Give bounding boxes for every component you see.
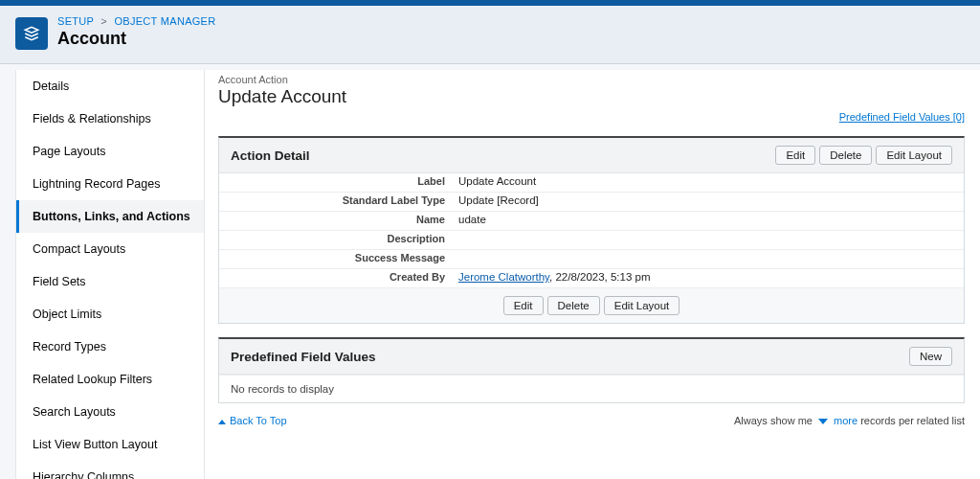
edit-button[interactable]: Edit bbox=[775, 146, 815, 165]
description-label: Description bbox=[219, 231, 449, 249]
predefined-values-section: Predefined Field Values New No records t… bbox=[218, 337, 965, 403]
sidebar-item-page-layouts[interactable]: Page Layouts bbox=[16, 135, 204, 168]
more-link[interactable]: more bbox=[834, 415, 858, 426]
success-message-label: Success Message bbox=[219, 250, 449, 268]
sidebar-item-lightning-record-pages[interactable]: Lightning Record Pages bbox=[16, 168, 204, 200]
action-detail-title: Action Detail bbox=[231, 148, 775, 163]
sidebar-item-record-types[interactable]: Record Types bbox=[16, 331, 204, 363]
success-message-value bbox=[449, 250, 964, 268]
action-heading: Update Account bbox=[218, 86, 965, 107]
sidebar-item-object-limits[interactable]: Object Limits bbox=[16, 298, 204, 331]
sidebar-item-hierarchy-columns[interactable]: Hierarchy Columns bbox=[16, 461, 204, 479]
sidebar-item-fields-relationships[interactable]: Fields & Relationships bbox=[16, 103, 204, 135]
delete-button-bottom[interactable]: Delete bbox=[547, 296, 600, 315]
name-label: Name bbox=[219, 212, 449, 230]
sidebar-item-compact-layouts[interactable]: Compact Layouts bbox=[16, 233, 204, 265]
footer-links: Back To Top Always show me more records … bbox=[218, 415, 965, 426]
caret-up-icon bbox=[218, 420, 226, 424]
name-value: udate bbox=[449, 212, 964, 230]
sidebar-item-related-lookup-filters[interactable]: Related Lookup Filters bbox=[16, 363, 204, 396]
std-label-type-label: Standard Label Type bbox=[219, 193, 449, 211]
edit-layout-button-bottom[interactable]: Edit Layout bbox=[604, 296, 680, 315]
action-detail-section: Action Detail Edit Delete Edit Layout La… bbox=[218, 136, 965, 324]
sidebar-item-field-sets[interactable]: Field Sets bbox=[16, 265, 204, 298]
page-header: SETUP > OBJECT MANAGER Account bbox=[0, 6, 980, 64]
sidebar-item-search-layouts[interactable]: Search Layouts bbox=[16, 396, 204, 428]
std-label-type-value: Update [Record] bbox=[449, 193, 964, 211]
new-button[interactable]: New bbox=[909, 347, 952, 366]
created-by-label: Created By bbox=[219, 269, 449, 287]
back-to-top-link[interactable]: Back To Top bbox=[218, 415, 287, 426]
created-by-user-link[interactable]: Jerome Clatworthy bbox=[458, 271, 549, 283]
sidebar: DetailsFields & RelationshipsPage Layout… bbox=[15, 70, 205, 479]
breadcrumb-object-manager[interactable]: OBJECT MANAGER bbox=[114, 15, 215, 27]
description-value bbox=[449, 231, 964, 249]
sidebar-item-details[interactable]: Details bbox=[16, 70, 204, 103]
sidebar-item-buttons-links-and-actions[interactable]: Buttons, Links, and Actions bbox=[16, 200, 204, 233]
pagination-note: Always show me more records per related … bbox=[734, 415, 965, 426]
label-label: Label bbox=[219, 173, 449, 192]
overline: Account Action bbox=[218, 74, 965, 85]
setup-icon bbox=[15, 17, 48, 50]
edit-layout-button[interactable]: Edit Layout bbox=[876, 146, 952, 165]
edit-button-bottom[interactable]: Edit bbox=[503, 296, 544, 315]
delete-button[interactable]: Delete bbox=[819, 146, 872, 165]
main-content: Account Action Update Account Predefined… bbox=[205, 70, 980, 479]
breadcrumb-setup[interactable]: SETUP bbox=[57, 15, 94, 27]
caret-down-icon bbox=[818, 419, 828, 424]
predefined-values-link[interactable]: Predefined Field Values [0] bbox=[839, 111, 965, 123]
predefined-empty: No records to display bbox=[219, 375, 964, 402]
sidebar-item-list-view-button-layout[interactable]: List View Button Layout bbox=[16, 428, 204, 461]
page-title: Account bbox=[57, 29, 216, 49]
breadcrumb: SETUP > OBJECT MANAGER bbox=[57, 15, 216, 27]
label-value: Update Account bbox=[449, 173, 964, 192]
predefined-title: Predefined Field Values bbox=[231, 350, 909, 364]
created-by-value: Jerome Clatworthy, 22/8/2023, 5:13 pm bbox=[449, 269, 964, 287]
